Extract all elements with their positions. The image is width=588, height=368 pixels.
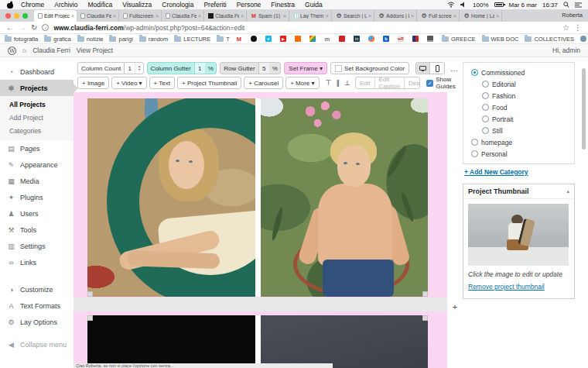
notification-center-icon[interactable]	[575, 2, 582, 8]
bookmark-item[interactable]	[427, 36, 436, 42]
browser-tab[interactable]: ⚙ Home | La ×	[460, 10, 502, 22]
category-item[interactable]: Fashion	[465, 90, 574, 101]
insert-button[interactable]: + Image	[77, 77, 109, 89]
browser-tab[interactable]: Claudia Fe ×	[162, 10, 204, 22]
bookmark-item[interactable]: Roundcube Webmail...	[580, 36, 588, 43]
bookmark-item[interactable]: T	[217, 36, 230, 43]
category-item[interactable]: Portrait	[465, 113, 574, 125]
sidebar-item[interactable]: ✦ Plugins	[0, 189, 74, 205]
collapse-menu-button[interactable]: ◀ Collapse menu	[0, 336, 74, 353]
bookmark-item[interactable]	[412, 36, 421, 42]
row-gutter-value[interactable]: 5	[258, 63, 269, 74]
insert-button[interactable]: + Carousel	[244, 77, 283, 89]
page-info-icon[interactable]: i	[42, 24, 49, 31]
browser-tab[interactable]: Lay Them ×	[289, 10, 332, 22]
set-background-color-button[interactable]: Set Background Color	[330, 62, 409, 74]
adminbar-greeting[interactable]: Hi, admin	[552, 46, 580, 54]
minimize-window-button[interactable]	[14, 13, 19, 19]
column-count-control[interactable]: Column Count 1 ▲ ▼	[77, 62, 144, 74]
bookmark-item[interactable]: fotografia	[5, 36, 38, 43]
menubar-item[interactable]: Modifica	[87, 1, 112, 9]
category-radio[interactable]	[482, 104, 489, 111]
add-new-category-link[interactable]: + Add New Category	[464, 168, 575, 176]
stepper-down-icon[interactable]: ▼	[138, 68, 141, 71]
category-radio[interactable]	[471, 139, 478, 146]
address-bar[interactable]: www.claudia-ferri.com/wp-admin/post.php?…	[53, 24, 558, 32]
edit-action-button[interactable]: Edit Caption	[375, 77, 405, 88]
bookmark-item[interactable]	[309, 36, 318, 42]
column-gutter-value[interactable]: 1	[194, 63, 205, 74]
category-item[interactable]: Personal	[465, 148, 574, 160]
vertical-align-icon[interactable]: ∥	[334, 79, 341, 87]
bookmark-item[interactable]: GREECE	[442, 36, 476, 43]
column-gutter-control[interactable]: Column Gutter 1 %	[147, 62, 217, 74]
fullscreen-window-button[interactable]	[22, 13, 28, 19]
bookmark-item[interactable]: grafica	[44, 36, 71, 43]
bookmark-item[interactable]: random	[139, 36, 168, 43]
bookmark-item[interactable]: m	[324, 36, 333, 42]
vertical-align-icon[interactable]: ⊥	[343, 79, 352, 87]
toolbar-more-button[interactable]: …	[448, 64, 460, 73]
bookmark-item[interactable]: notizie	[77, 36, 104, 43]
reload-icon[interactable]: ↻	[31, 22, 37, 34]
photo-girl-playground[interactable]	[87, 98, 255, 297]
remove-thumbnail-link[interactable]: Remove project thumbnail	[468, 283, 569, 291]
column-count-value[interactable]: 1	[124, 63, 135, 74]
browser-scrollbar[interactable]	[582, 68, 586, 150]
spotlight-search-icon[interactable]	[563, 2, 569, 8]
bookmark-item[interactable]	[295, 36, 303, 42]
category-radio[interactable]	[471, 69, 478, 76]
menubar-date[interactable]: Mar 6 mar	[509, 2, 537, 9]
panel-collapse-icon[interactable]: ▴	[566, 188, 569, 194]
bookmark-item[interactable]: in	[354, 36, 362, 42]
chrome-menu-icon[interactable]: ⋮	[574, 22, 582, 34]
tab-close-icon[interactable]: ×	[411, 13, 414, 19]
menubar-item[interactable]: Guida	[305, 1, 323, 9]
sidebar-item[interactable]: ◔ Dashboard	[0, 64, 74, 80]
show-guides-control[interactable]: ✓ Show Guides	[426, 76, 460, 90]
vertical-align-icon[interactable]: ⊤	[324, 79, 333, 87]
category-item[interactable]: homepage	[465, 136, 574, 148]
bookmark-item[interactable]: wR	[398, 36, 406, 42]
adminbar-view-project[interactable]: View Project	[77, 46, 113, 54]
menubar-item[interactable]: Cronologia	[162, 1, 193, 9]
browser-tab[interactable]: ⚙ Search | L ×	[332, 10, 374, 22]
sidebar-item[interactable]: ▤ Pages	[0, 140, 74, 156]
insert-button[interactable]: + More ▾	[285, 77, 319, 89]
bookmark-item[interactable]: M	[236, 36, 244, 42]
menubar-item[interactable]: Persone	[237, 1, 262, 9]
tab-close-icon[interactable]: ×	[496, 13, 499, 19]
project-canvas[interactable]	[74, 92, 447, 368]
tab-close-icon[interactable]: ×	[283, 13, 286, 19]
sidebar-item[interactable]: A Text Formats	[0, 297, 74, 314]
browser-tab[interactable]: Claudia Fe ×	[77, 10, 119, 22]
sidebar-item[interactable]: ▥ Settings	[0, 238, 74, 254]
tab-close-icon[interactable]: ×	[241, 13, 244, 19]
bookmark-item[interactable]: parigi	[109, 36, 132, 43]
project-thumbnail-image[interactable]	[468, 204, 569, 266]
photo-boy-oleander[interactable]	[261, 98, 428, 297]
close-window-button[interactable]	[5, 13, 11, 19]
sidebar-item[interactable]: ⚒ Tools	[0, 222, 74, 238]
browser-tab[interactable]: ⚙ Addons | L ×	[374, 10, 417, 22]
menubar-item[interactable]: Preferiti	[203, 1, 226, 9]
show-guides-checkbox[interactable]: ✓	[426, 80, 433, 87]
chrome-profile-name[interactable]: Roberta	[562, 12, 588, 20]
category-radio[interactable]	[482, 92, 489, 99]
browser-tab[interactable]: Fullscreen ×	[119, 10, 162, 22]
forward-icon[interactable]: →	[19, 22, 26, 34]
tab-close-icon[interactable]: ×	[368, 13, 371, 19]
sidebar-item[interactable]: ✱ Projects	[0, 80, 74, 96]
category-radio[interactable]	[482, 127, 489, 134]
browser-tab[interactable]: Claudia Fe ×	[204, 10, 247, 22]
submenu-item[interactable]: All Projects	[0, 98, 74, 112]
bookmark-item[interactable]: WEB DOC	[482, 36, 519, 43]
bookmark-item[interactable]: v	[265, 36, 274, 42]
desktop-preview-button[interactable]	[416, 63, 430, 74]
submenu-item[interactable]: Add Project	[0, 112, 74, 125]
wifi-icon[interactable]	[447, 2, 455, 8]
battery-icon[interactable]	[494, 2, 504, 7]
row-gutter-control[interactable]: Row Gutter 5 %	[220, 62, 281, 74]
sidebar-item[interactable]: ♟ Users	[0, 205, 74, 222]
menubar-item[interactable]: Archivio	[54, 1, 77, 9]
